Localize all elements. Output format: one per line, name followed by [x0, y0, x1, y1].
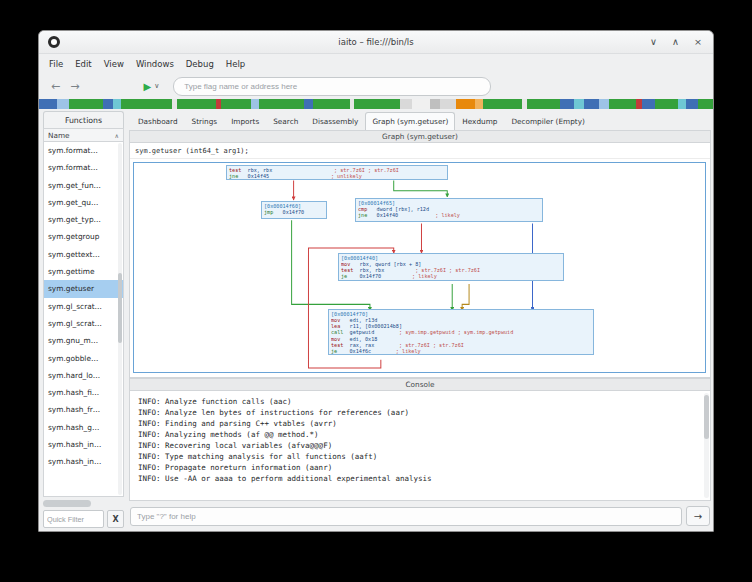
graph-node[interactable]: [0x00014f65]cmp dword [rbx], r12djne 0x1… [355, 198, 543, 222]
menu-windows[interactable]: Windows [130, 57, 180, 71]
maximize-button[interactable]: ∧ [672, 37, 679, 47]
memory-segment[interactable] [440, 99, 455, 109]
console-command-input[interactable] [130, 507, 682, 526]
asm-token: rbx, qword [rbx + 8] [350, 261, 421, 267]
memory-segment[interactable] [430, 99, 441, 109]
graph-node[interactable]: [0x00014f40]mov rbx, qword [rbx + 8]test… [338, 253, 564, 281]
graph-node[interactable]: test rbx, rbx ; str.7z6I ; str.7z6Ijne 0… [226, 165, 448, 180]
graph-node[interactable]: [0x00014f70]mov edi, r13dlea r11, [0x000… [328, 309, 594, 355]
functions-list: sym.format…sym.format…sym.get_fun…sym.ge… [43, 142, 124, 497]
function-list-item[interactable]: sym.getuser [44, 280, 123, 297]
tab-decompiler-empty[interactable]: Decompiler (Empty) [504, 112, 591, 130]
function-list-item[interactable]: sym.getgroup [44, 228, 123, 245]
console-panel-title[interactable]: Console [129, 378, 711, 391]
function-list-item[interactable]: sym.hard_lo… [44, 367, 123, 384]
function-list-item[interactable]: sym.hash_in… [44, 453, 123, 470]
memory-segment[interactable] [475, 99, 483, 109]
functions-panel-tab[interactable]: Functions [43, 111, 124, 128]
memory-segment[interactable] [221, 99, 251, 109]
run-icon[interactable]: ▶ [143, 81, 151, 92]
memory-segment[interactable] [483, 99, 522, 109]
memory-segment[interactable] [686, 99, 698, 109]
function-list-item[interactable]: sym.get_typ… [44, 211, 123, 228]
titlebar[interactable]: iaito – file:///bin/ls ∨∧× [39, 31, 713, 54]
memory-segment[interactable] [113, 99, 121, 109]
memory-segment[interactable] [574, 99, 585, 109]
memory-segment[interactable] [259, 99, 304, 109]
memory-segment[interactable] [698, 99, 713, 109]
memory-segment[interactable] [584, 99, 599, 109]
functions-column-header[interactable]: Name ∧ [43, 128, 124, 142]
scrollbar-handle[interactable] [118, 273, 122, 343]
memory-segment[interactable] [304, 99, 313, 109]
memory-segment[interactable] [39, 99, 57, 109]
tab-hexdump[interactable]: Hexdump [455, 112, 504, 130]
memory-segment[interactable] [599, 99, 608, 109]
memory-segment[interactable] [400, 99, 412, 109]
memory-segment[interactable] [456, 99, 476, 109]
function-list-item[interactable]: sym.gettime [44, 263, 123, 280]
run-dropdown-caret-icon[interactable]: ∨ [154, 82, 159, 90]
memory-segment[interactable] [354, 99, 399, 109]
memory-segment[interactable] [609, 99, 636, 109]
asm-token: test [331, 342, 343, 348]
function-list-item[interactable]: sym.hash_g… [44, 419, 123, 436]
scrollbar-handle[interactable] [704, 395, 709, 439]
graph-canvas[interactable]: test rbx, rbx ; str.7z6I ; str.7z6Ijne 0… [131, 160, 709, 376]
graph-node[interactable]: [0x00014f60]jmp 0x14f70 [261, 201, 327, 219]
function-list-item[interactable]: sym.hash_in… [44, 436, 123, 453]
memory-segment[interactable] [655, 99, 678, 109]
function-list-item[interactable]: sym.get_fun… [44, 177, 123, 194]
memory-segment[interactable] [177, 99, 216, 109]
function-list-item[interactable]: sym.gl_scrat… [44, 315, 123, 332]
tab-graph-sym-getuser[interactable]: Graph (sym.getuser) [365, 112, 455, 130]
function-list-item[interactable]: sym.hash_fr… [44, 401, 123, 418]
menu-file[interactable]: File [43, 57, 69, 71]
functions-horizontal-scrollbar[interactable] [43, 500, 124, 507]
menu-edit[interactable]: Edit [69, 57, 97, 71]
asm-token: ; str.7z6I ; str.7z6I [374, 342, 464, 348]
memory-segment[interactable] [678, 99, 686, 109]
function-list-item[interactable]: sym.gnu_m… [44, 332, 123, 349]
memory-segment[interactable] [69, 99, 102, 109]
tab-strings[interactable]: Strings [185, 112, 225, 130]
function-list-item[interactable]: sym.format… [44, 159, 123, 176]
quick-filter-input[interactable] [43, 510, 104, 528]
function-list-item[interactable]: sym.gl_scrat… [44, 298, 123, 315]
graph-panel-title[interactable]: Graph (sym.getuser) [129, 130, 711, 143]
memory-segment[interactable] [560, 99, 574, 109]
function-list-item[interactable]: sym.gettext… [44, 246, 123, 263]
memory-segment[interactable] [313, 99, 349, 109]
functions-vertical-scrollbar[interactable] [118, 143, 122, 495]
console-output: INFO: Analyze function calls (aac)INFO: … [129, 391, 711, 501]
memory-segment[interactable] [527, 99, 560, 109]
function-list-item[interactable]: sym.hash_fi… [44, 384, 123, 401]
menu-view[interactable]: View [98, 57, 130, 71]
close-button[interactable]: × [694, 37, 702, 47]
memory-segment[interactable] [103, 99, 114, 109]
forward-icon[interactable]: → [70, 80, 79, 93]
tab-imports[interactable]: Imports [224, 112, 266, 130]
memory-segment[interactable] [251, 99, 259, 109]
menu-help[interactable]: Help [220, 57, 251, 71]
memory-segment[interactable] [642, 99, 656, 109]
memory-segment[interactable] [57, 99, 69, 109]
function-list-item[interactable]: sym.gobble… [44, 350, 123, 367]
back-icon[interactable]: ← [51, 80, 60, 93]
console-submit-button[interactable]: → [686, 506, 710, 526]
memory-strip[interactable] [39, 99, 713, 109]
console-vertical-scrollbar[interactable] [704, 393, 709, 498]
minimize-button[interactable]: ∨ [650, 37, 657, 47]
flag-search-input[interactable] [173, 77, 491, 96]
quick-filter-clear-button[interactable]: X [107, 510, 124, 528]
tab-disassembly[interactable]: Disassembly [305, 112, 365, 130]
tab-search[interactable]: Search [266, 112, 305, 130]
debug-run-group[interactable]: ▶ ∨ [143, 81, 159, 92]
tab-dashboard[interactable]: Dashboard [131, 112, 185, 130]
memory-segment[interactable] [412, 99, 430, 109]
scrollbar-handle[interactable] [43, 500, 91, 507]
memory-segment[interactable] [121, 99, 173, 109]
function-list-item[interactable]: sym.get_qu… [44, 194, 123, 211]
menu-debug[interactable]: Debug [180, 57, 220, 71]
function-list-item[interactable]: sym.format… [44, 142, 123, 159]
